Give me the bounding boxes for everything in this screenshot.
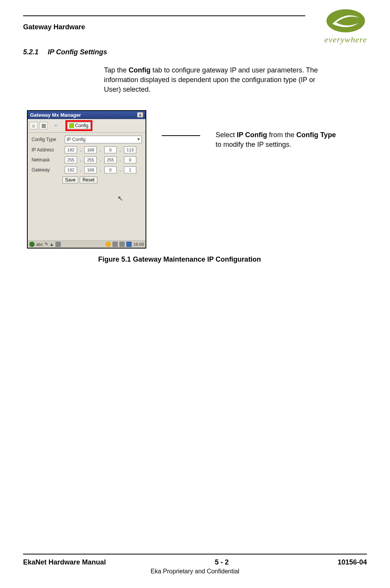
window-title: Gateway Mx Manager [30, 112, 81, 118]
footer-right: 10156-04 [338, 558, 367, 566]
tray-status-icon[interactable] [105, 242, 111, 247]
ip-oct-2[interactable]: 168 [84, 146, 97, 153]
nm-oct-3[interactable]: 255 [104, 156, 117, 163]
wifi-icon[interactable]: ᯤ [54, 123, 59, 129]
logo-swirl-icon [325, 7, 367, 35]
gateway-label: Gateway [32, 167, 62, 173]
nm-oct-2[interactable]: 255 [84, 156, 97, 163]
reset-button[interactable]: Reset [80, 176, 97, 183]
close-button[interactable]: x [137, 112, 143, 118]
callout-seg-2: from the [267, 131, 296, 139]
footer-center: 5 - 2 [215, 558, 229, 566]
config-tab-highlight: Config [65, 120, 92, 131]
taskbar-abc: abc [36, 242, 43, 247]
footer-sub: Eka Proprietary and Confidential [23, 568, 367, 575]
section-title: IP Config Settings [48, 48, 107, 56]
taskbar-start-icon[interactable] [29, 242, 35, 247]
ip-oct-4[interactable]: 113 [124, 146, 136, 153]
body-bold-config: Config [129, 66, 151, 74]
config-type-select[interactable]: IP Config [65, 136, 142, 143]
callout-bold-1: IP Config [237, 131, 267, 139]
callout-arrow [162, 135, 200, 136]
taskbar-app-icon[interactable] [55, 242, 61, 247]
callout-text: Select IP Config from the Config Type to… [216, 130, 336, 150]
tray-battery-icon[interactable] [126, 242, 132, 247]
gw-oct-3[interactable]: 0 [104, 166, 117, 173]
svg-point-0 [326, 9, 365, 32]
app-window: Gateway Mx Manager x ⌂ ▤ ᯤ Config Conf [27, 110, 146, 249]
brand-logo: everywhere [317, 7, 375, 45]
gw-oct-1[interactable]: 192 [65, 166, 77, 173]
config-type-label: Config Type [32, 137, 62, 142]
section-heading: 5.2.1 IP Config Settings [23, 48, 367, 56]
app-body: Config Type IP Config IP Address 192. 16… [28, 133, 146, 240]
toolbar-home-icon[interactable]: ⌂ [29, 122, 38, 129]
gw-oct-2[interactable]: 168 [84, 166, 97, 173]
page-header: Gateway Hardware [23, 23, 85, 31]
taskbar-clock: 16:09 [133, 242, 144, 247]
ip-oct-3[interactable]: 0 [104, 146, 117, 153]
cursor-icon: ↖ [117, 194, 123, 203]
section-number: 5.2.1 [23, 48, 38, 56]
logo-text: everywhere [317, 35, 375, 45]
config-tab-label: Config [75, 123, 89, 128]
toolbar-nav-icon[interactable]: ▤ [39, 122, 48, 129]
figure-caption: Figure 5.1 Gateway Maintenance IP Config… [23, 255, 336, 264]
nm-oct-1[interactable]: 255 [65, 156, 77, 163]
netmask-label: Netmask [32, 157, 62, 163]
config-tab-icon [69, 123, 74, 128]
body-paragraph: Tap the Config tab to configure gateway … [104, 66, 332, 95]
ip-address-label: IP Address [32, 147, 62, 153]
footer-left: EkaNet Hardware Manual [23, 558, 106, 566]
callout-bold-2: Config Type [296, 131, 336, 139]
taskbar-up-icon[interactable]: ▲ [50, 242, 54, 247]
save-button[interactable]: Save [62, 176, 78, 183]
toolbar: ⌂ ▤ ᯤ Config [28, 119, 146, 133]
gw-oct-4[interactable]: 1 [124, 166, 136, 173]
config-tab[interactable]: Config [67, 122, 90, 129]
taskbar: abc ✎ ▲ 16:09 [28, 240, 146, 248]
tray-volume-icon[interactable] [119, 242, 125, 247]
callout-seg-3: to modify the IP settings. [216, 141, 291, 148]
ip-oct-1[interactable]: 192 [65, 146, 77, 153]
tray-icon-1[interactable] [112, 242, 118, 247]
body-text-1: Tap the [104, 66, 129, 74]
titlebar: Gateway Mx Manager x [28, 111, 146, 119]
callout-seg-1: Select [216, 131, 237, 139]
taskbar-pencil-icon: ✎ [45, 242, 48, 247]
nm-oct-4[interactable]: 0 [124, 156, 136, 163]
